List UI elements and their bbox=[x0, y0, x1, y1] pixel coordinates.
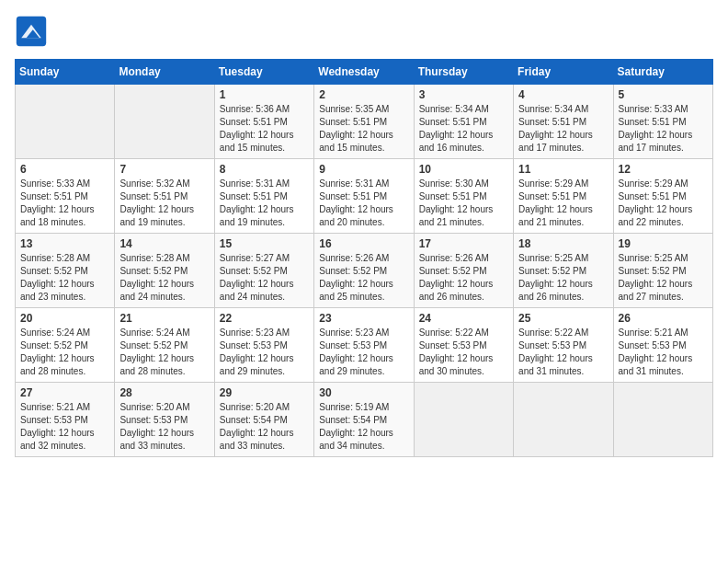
day-number: 13 bbox=[20, 237, 109, 250]
day-info: Sunrise: 5:26 AM Sunset: 5:52 PM Dayligh… bbox=[419, 252, 508, 304]
calendar-cell bbox=[115, 85, 214, 159]
calendar-cell: 11Sunrise: 5:29 AM Sunset: 5:51 PM Dayli… bbox=[514, 159, 613, 234]
day-info: Sunrise: 5:33 AM Sunset: 5:51 PM Dayligh… bbox=[20, 178, 109, 229]
calendar-header-thursday: Thursday bbox=[414, 60, 513, 85]
day-number: 22 bbox=[220, 312, 309, 325]
calendar-cell: 18Sunrise: 5:25 AM Sunset: 5:52 PM Dayli… bbox=[514, 234, 613, 308]
calendar-cell: 9Sunrise: 5:31 AM Sunset: 5:51 PM Daylig… bbox=[314, 159, 414, 234]
day-info: Sunrise: 5:32 AM Sunset: 5:51 PM Dayligh… bbox=[119, 178, 209, 229]
calendar-header-tuesday: Tuesday bbox=[214, 60, 313, 85]
day-info: Sunrise: 5:24 AM Sunset: 5:52 PM Dayligh… bbox=[119, 327, 209, 378]
day-number: 5 bbox=[619, 88, 708, 101]
day-number: 6 bbox=[20, 163, 109, 176]
calendar-cell: 13Sunrise: 5:28 AM Sunset: 5:52 PM Dayli… bbox=[16, 234, 115, 308]
calendar-cell bbox=[514, 383, 613, 457]
calendar-header-saturday: Saturday bbox=[613, 60, 712, 85]
calendar-cell: 16Sunrise: 5:26 AM Sunset: 5:52 PM Dayli… bbox=[314, 234, 414, 308]
day-number: 14 bbox=[119, 237, 209, 250]
day-info: Sunrise: 5:36 AM Sunset: 5:51 PM Dayligh… bbox=[220, 103, 309, 155]
calendar-week-row: 20Sunrise: 5:24 AM Sunset: 5:52 PM Dayli… bbox=[16, 308, 713, 383]
day-info: Sunrise: 5:21 AM Sunset: 5:53 PM Dayligh… bbox=[20, 401, 109, 453]
calendar-header-sunday: Sunday bbox=[16, 60, 115, 85]
day-info: Sunrise: 5:35 AM Sunset: 5:51 PM Dayligh… bbox=[319, 103, 408, 155]
day-info: Sunrise: 5:25 AM Sunset: 5:52 PM Dayligh… bbox=[619, 252, 708, 304]
day-info: Sunrise: 5:33 AM Sunset: 5:51 PM Dayligh… bbox=[619, 103, 708, 155]
calendar-week-row: 1Sunrise: 5:36 AM Sunset: 5:51 PM Daylig… bbox=[16, 85, 713, 159]
calendar-week-row: 27Sunrise: 5:21 AM Sunset: 5:53 PM Dayli… bbox=[16, 383, 713, 457]
day-info: Sunrise: 5:20 AM Sunset: 5:53 PM Dayligh… bbox=[119, 401, 209, 453]
day-number: 28 bbox=[119, 386, 209, 399]
day-info: Sunrise: 5:28 AM Sunset: 5:52 PM Dayligh… bbox=[119, 252, 209, 304]
calendar-week-row: 13Sunrise: 5:28 AM Sunset: 5:52 PM Dayli… bbox=[16, 234, 713, 308]
calendar-cell: 24Sunrise: 5:22 AM Sunset: 5:53 PM Dayli… bbox=[414, 308, 513, 383]
day-number: 24 bbox=[419, 312, 508, 325]
calendar-cell: 2Sunrise: 5:35 AM Sunset: 5:51 PM Daylig… bbox=[314, 85, 414, 159]
calendar-cell: 29Sunrise: 5:20 AM Sunset: 5:54 PM Dayli… bbox=[214, 383, 313, 457]
logo bbox=[15, 15, 53, 48]
day-number: 2 bbox=[319, 88, 408, 101]
calendar-cell: 27Sunrise: 5:21 AM Sunset: 5:53 PM Dayli… bbox=[16, 383, 115, 457]
day-info: Sunrise: 5:28 AM Sunset: 5:52 PM Dayligh… bbox=[20, 252, 109, 304]
day-info: Sunrise: 5:29 AM Sunset: 5:51 PM Dayligh… bbox=[619, 178, 708, 229]
day-info: Sunrise: 5:25 AM Sunset: 5:52 PM Dayligh… bbox=[518, 252, 608, 304]
day-info: Sunrise: 5:26 AM Sunset: 5:52 PM Dayligh… bbox=[319, 252, 408, 304]
calendar-cell: 23Sunrise: 5:23 AM Sunset: 5:53 PM Dayli… bbox=[314, 308, 414, 383]
calendar-cell: 7Sunrise: 5:32 AM Sunset: 5:51 PM Daylig… bbox=[115, 159, 214, 234]
day-info: Sunrise: 5:22 AM Sunset: 5:53 PM Dayligh… bbox=[518, 327, 608, 378]
calendar-cell: 6Sunrise: 5:33 AM Sunset: 5:51 PM Daylig… bbox=[16, 159, 115, 234]
day-info: Sunrise: 5:30 AM Sunset: 5:51 PM Dayligh… bbox=[419, 178, 508, 229]
calendar-cell: 5Sunrise: 5:33 AM Sunset: 5:51 PM Daylig… bbox=[613, 85, 712, 159]
calendar-cell: 19Sunrise: 5:25 AM Sunset: 5:52 PM Dayli… bbox=[613, 234, 712, 308]
calendar-header-row: SundayMondayTuesdayWednesdayThursdayFrid… bbox=[16, 60, 713, 85]
calendar-cell: 21Sunrise: 5:24 AM Sunset: 5:52 PM Dayli… bbox=[115, 308, 214, 383]
calendar-cell: 26Sunrise: 5:21 AM Sunset: 5:53 PM Dayli… bbox=[613, 308, 712, 383]
day-number: 7 bbox=[119, 163, 209, 176]
calendar-header-wednesday: Wednesday bbox=[314, 60, 414, 85]
calendar-cell: 20Sunrise: 5:24 AM Sunset: 5:52 PM Dayli… bbox=[16, 308, 115, 383]
page-header bbox=[15, 15, 713, 48]
day-number: 1 bbox=[220, 88, 309, 101]
day-info: Sunrise: 5:22 AM Sunset: 5:53 PM Dayligh… bbox=[419, 327, 508, 378]
day-number: 8 bbox=[220, 163, 309, 176]
day-info: Sunrise: 5:20 AM Sunset: 5:54 PM Dayligh… bbox=[220, 401, 309, 453]
day-info: Sunrise: 5:27 AM Sunset: 5:52 PM Dayligh… bbox=[220, 252, 309, 304]
calendar-header-friday: Friday bbox=[514, 60, 613, 85]
day-number: 3 bbox=[419, 88, 508, 101]
day-info: Sunrise: 5:21 AM Sunset: 5:53 PM Dayligh… bbox=[619, 327, 708, 378]
day-number: 29 bbox=[220, 386, 309, 399]
logo-icon bbox=[15, 15, 48, 48]
day-number: 16 bbox=[319, 237, 408, 250]
day-number: 9 bbox=[319, 163, 408, 176]
day-info: Sunrise: 5:34 AM Sunset: 5:51 PM Dayligh… bbox=[419, 103, 508, 155]
day-number: 30 bbox=[319, 386, 408, 399]
calendar-cell bbox=[613, 383, 712, 457]
day-number: 27 bbox=[20, 386, 109, 399]
day-number: 10 bbox=[419, 163, 508, 176]
calendar-cell: 28Sunrise: 5:20 AM Sunset: 5:53 PM Dayli… bbox=[115, 383, 214, 457]
calendar-week-row: 6Sunrise: 5:33 AM Sunset: 5:51 PM Daylig… bbox=[16, 159, 713, 234]
day-number: 25 bbox=[518, 312, 608, 325]
calendar-cell: 25Sunrise: 5:22 AM Sunset: 5:53 PM Dayli… bbox=[514, 308, 613, 383]
calendar-cell: 4Sunrise: 5:34 AM Sunset: 5:51 PM Daylig… bbox=[514, 85, 613, 159]
day-number: 15 bbox=[220, 237, 309, 250]
day-number: 12 bbox=[619, 163, 708, 176]
calendar-header-monday: Monday bbox=[115, 60, 214, 85]
day-number: 4 bbox=[518, 88, 608, 101]
day-number: 26 bbox=[619, 312, 708, 325]
day-number: 18 bbox=[518, 237, 608, 250]
calendar-cell: 1Sunrise: 5:36 AM Sunset: 5:51 PM Daylig… bbox=[214, 85, 313, 159]
calendar-cell bbox=[414, 383, 513, 457]
day-info: Sunrise: 5:31 AM Sunset: 5:51 PM Dayligh… bbox=[220, 178, 309, 229]
calendar-cell: 14Sunrise: 5:28 AM Sunset: 5:52 PM Dayli… bbox=[115, 234, 214, 308]
calendar-cell: 15Sunrise: 5:27 AM Sunset: 5:52 PM Dayli… bbox=[214, 234, 313, 308]
day-number: 11 bbox=[518, 163, 608, 176]
day-number: 21 bbox=[119, 312, 209, 325]
day-info: Sunrise: 5:24 AM Sunset: 5:52 PM Dayligh… bbox=[20, 327, 109, 378]
day-number: 17 bbox=[419, 237, 508, 250]
day-number: 20 bbox=[20, 312, 109, 325]
calendar-cell: 3Sunrise: 5:34 AM Sunset: 5:51 PM Daylig… bbox=[414, 85, 513, 159]
day-info: Sunrise: 5:19 AM Sunset: 5:54 PM Dayligh… bbox=[319, 401, 408, 453]
calendar-cell bbox=[16, 85, 115, 159]
day-info: Sunrise: 5:23 AM Sunset: 5:53 PM Dayligh… bbox=[220, 327, 309, 378]
day-info: Sunrise: 5:31 AM Sunset: 5:51 PM Dayligh… bbox=[319, 178, 408, 229]
